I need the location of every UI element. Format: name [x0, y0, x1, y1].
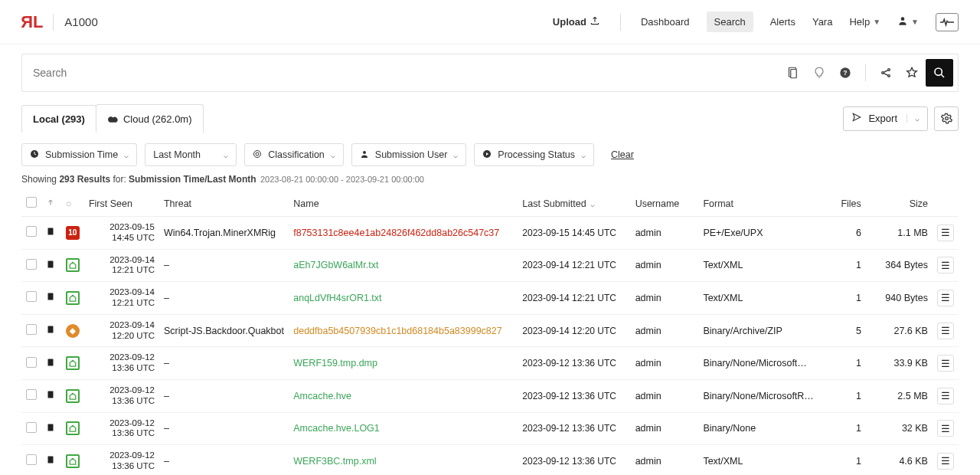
- row-checkbox[interactable]: [26, 454, 37, 465]
- row-actions-button[interactable]: ☰: [937, 453, 954, 470]
- sample-name-link[interactable]: Amcache.hve: [293, 391, 351, 401]
- col-name[interactable]: Name: [289, 191, 518, 217]
- row-checkbox[interactable]: [26, 389, 37, 400]
- nav-search[interactable]: Search: [707, 11, 753, 32]
- format: Binary/None/MicrosoftR…: [698, 379, 828, 412]
- sample-name-link[interactable]: WERF159.tmp.dmp: [293, 358, 377, 369]
- system-status-button[interactable]: [936, 13, 959, 31]
- filter-timerange-select[interactable]: Last Month ⌵: [145, 143, 237, 166]
- severity-badge-suspicious: ◆: [66, 324, 80, 338]
- user-icon: [897, 15, 908, 28]
- filter-submission-user[interactable]: Submission User ⌵: [351, 143, 466, 166]
- row-checkbox[interactable]: [26, 291, 37, 302]
- settings-button[interactable]: [934, 106, 959, 131]
- nav-help[interactable]: Help ▼: [849, 16, 880, 28]
- local-sample-icon: [46, 456, 55, 467]
- row-checkbox[interactable]: [26, 357, 37, 368]
- filter-processing-status[interactable]: Processing Status ⌵: [474, 143, 594, 166]
- last-submitted: 2023-09-12 13:36 UTC: [518, 347, 630, 380]
- filter-label: Submission Time: [45, 149, 118, 160]
- user-menu[interactable]: ▼: [897, 15, 919, 28]
- chevron-down-icon: ⌵: [331, 151, 335, 159]
- row-actions-button[interactable]: ☰: [937, 388, 954, 405]
- row-actions-button[interactable]: ☰: [937, 257, 954, 274]
- sample-name-link[interactable]: WERF3BC.tmp.xml: [293, 456, 376, 467]
- upload-link[interactable]: Upload: [553, 15, 600, 28]
- export-button[interactable]: Export ⌵: [843, 106, 928, 131]
- sample-name-link[interactable]: deddfba5b4507939cb1c1bd68184b5a83999c827: [293, 326, 502, 336]
- col-threat[interactable]: Threat: [159, 191, 289, 217]
- tab-cloud[interactable]: Cloud (262.0m): [96, 104, 204, 133]
- username: admin: [631, 249, 699, 282]
- user-icon: [360, 149, 369, 161]
- select-all-checkbox[interactable]: [26, 197, 37, 208]
- row-checkbox[interactable]: [26, 226, 37, 237]
- file-size: 364 Bytes: [866, 249, 933, 282]
- row-actions-button[interactable]: ☰: [937, 323, 954, 339]
- username: admin: [631, 282, 699, 315]
- filter-classification[interactable]: Classification ⌵: [244, 143, 344, 166]
- export-icon: [851, 112, 862, 125]
- first-seen: 2023-09-1514:45 UTC: [89, 222, 155, 244]
- clear-filters-link[interactable]: Clear: [611, 149, 634, 160]
- last-submitted: 2023-09-12 13:36 UTC: [518, 445, 630, 475]
- clipboard-icon[interactable]: [786, 66, 799, 80]
- row-actions-button[interactable]: ☰: [937, 420, 954, 437]
- sample-name-link[interactable]: f8753131c8ee4e1ab24826f462dd8ab26c547c37: [293, 228, 499, 238]
- upload-col-icon[interactable]: [46, 198, 55, 209]
- tab-local-label: Local (293): [33, 113, 85, 125]
- nav-yara[interactable]: Yara: [812, 16, 833, 28]
- col-last-submitted[interactable]: Last Submitted ⌵: [518, 191, 630, 217]
- filter-label: Last Month: [153, 149, 201, 160]
- file-count: 1: [828, 412, 866, 445]
- search-input[interactable]: [22, 54, 782, 91]
- row-actions-button[interactable]: ☰: [937, 355, 954, 372]
- row-checkbox[interactable]: [26, 324, 37, 335]
- file-count: 1: [828, 347, 866, 380]
- share-icon[interactable]: [880, 67, 892, 79]
- sample-name-link[interactable]: aEh7JGbW6alMr.txt: [293, 260, 378, 270]
- col-format[interactable]: Format: [698, 191, 828, 217]
- svg-rect-2: [791, 70, 797, 78]
- divider: [53, 14, 54, 31]
- severity-badge-goodware: [66, 421, 80, 435]
- bulb-icon[interactable]: [813, 67, 825, 79]
- col-username[interactable]: Username: [631, 191, 699, 217]
- svg-point-11: [254, 150, 261, 157]
- last-submitted: 2023-09-14 12:20 UTC: [518, 314, 630, 347]
- sample-name-link[interactable]: Amcache.hve.LOG1: [293, 423, 380, 434]
- last-submitted: 2023-09-14 12:21 UTC: [518, 282, 630, 315]
- last-submitted: 2023-09-14 12:21 UTC: [518, 249, 630, 282]
- threat-name: Script-JS.Backdoor.Quakbot: [159, 314, 289, 347]
- last-submitted: 2023-09-12 13:36 UTC: [518, 412, 630, 445]
- row-checkbox[interactable]: [26, 422, 37, 433]
- sort-chevron-icon: ⌵: [590, 200, 595, 208]
- username: admin: [631, 314, 699, 347]
- row-actions-button[interactable]: ☰: [937, 224, 954, 241]
- format: PE+/Exe/UPX: [698, 217, 828, 250]
- star-icon[interactable]: [906, 67, 918, 79]
- nav-alerts[interactable]: Alerts: [770, 16, 795, 28]
- col-files[interactable]: Files: [828, 191, 866, 217]
- severity-col-icon[interactable]: ○: [66, 198, 72, 209]
- sample-name-link[interactable]: anqLdVfH4srOR1.txt: [293, 293, 381, 303]
- col-size[interactable]: Size: [866, 191, 933, 217]
- divider: [620, 14, 621, 31]
- username: admin: [631, 217, 699, 250]
- help-icon[interactable]: ?: [839, 67, 851, 79]
- severity-badge-goodware: [66, 356, 80, 370]
- row-checkbox[interactable]: [26, 259, 37, 270]
- tab-local[interactable]: Local (293): [21, 105, 96, 133]
- results-table: ○ First Seen Threat Name Last Submitted …: [21, 191, 959, 475]
- col-first-seen[interactable]: First Seen: [84, 191, 159, 217]
- row-actions-button[interactable]: ☰: [937, 290, 954, 306]
- nav-dashboard[interactable]: Dashboard: [641, 16, 690, 28]
- first-seen: 2023-09-1412:20 UTC: [89, 320, 155, 342]
- file-count: 1: [828, 282, 866, 315]
- search-button[interactable]: [926, 59, 953, 87]
- filter-submission-time[interactable]: Submission Time ⌵: [21, 143, 137, 166]
- username: admin: [631, 347, 699, 380]
- format: Binary/None/Microsoft…: [698, 347, 828, 380]
- table-row: 2023-09-1213:36 UTC–WERF159.tmp.dmp2023-…: [21, 347, 959, 380]
- file-count: 1: [828, 249, 866, 282]
